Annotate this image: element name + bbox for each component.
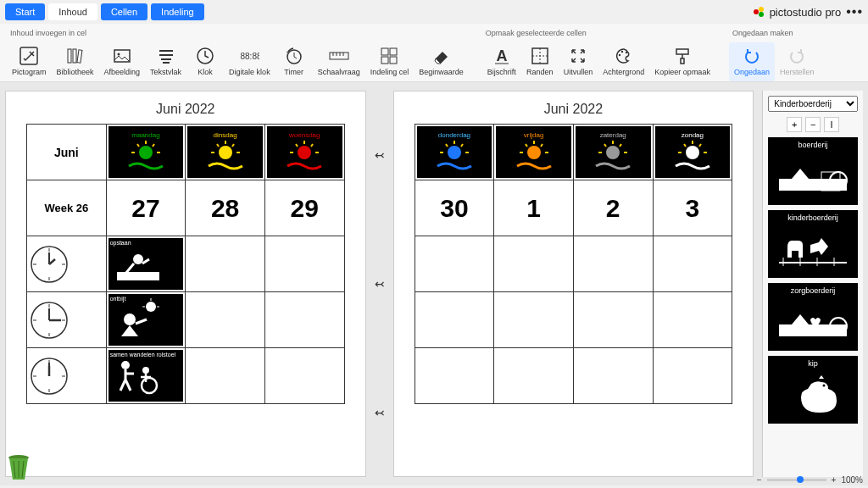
undo-icon — [742, 46, 762, 66]
randen-button[interactable]: Randen — [521, 42, 559, 81]
empty-cell[interactable] — [494, 292, 574, 348]
sun-icon — [283, 139, 326, 173]
zoom-minus[interactable]: − — [757, 475, 762, 485]
empty-cell[interactable] — [573, 292, 653, 348]
day-donderdag[interactable]: donderdag — [415, 125, 494, 180]
day-woensdag[interactable]: woensdag — [264, 125, 344, 180]
kopieer-opmaak-button[interactable]: Kopieer opmaak — [649, 42, 715, 81]
bijschrift-button[interactable]: ABijschrift — [482, 42, 521, 81]
workspace: Juni 2022 Juni maandag dinsdag woensdag … — [0, 82, 868, 485]
toolbar-group2-label: Opmaak geselecteerde cellen — [482, 27, 715, 42]
date-27[interactable]: 27 — [106, 180, 186, 236]
empty-cell[interactable] — [415, 348, 494, 404]
empty-cell[interactable] — [653, 292, 732, 348]
picto-zorgboerderij[interactable]: zorgboerderij — [768, 283, 858, 351]
format-painter-icon — [672, 46, 693, 66]
day-zondag[interactable]: zondag — [653, 125, 732, 180]
uitvullen-button[interactable]: Uitvullen — [559, 42, 598, 81]
svg-point-80 — [142, 378, 157, 393]
clock-cell-3[interactable] — [27, 348, 107, 404]
empty-cell[interactable] — [573, 236, 653, 292]
zoom-in-button[interactable]: + — [787, 117, 802, 132]
day-maandag[interactable]: maandag — [106, 125, 186, 180]
tab-cellen[interactable]: Cellen — [101, 3, 147, 20]
afbeelding-button[interactable]: Afbeelding — [99, 42, 146, 81]
empty-cell[interactable] — [264, 348, 344, 404]
empty-cell[interactable] — [494, 348, 574, 404]
empty-cell[interactable] — [494, 236, 574, 292]
date-30[interactable]: 30 — [415, 180, 494, 236]
page-right[interactable]: Juni 2022 donderdag vrijdag zaterdag zon… — [393, 91, 754, 477]
ongedaan-button[interactable]: Ongedaan — [729, 42, 775, 81]
row-header-week[interactable]: Week 26 — [27, 180, 107, 236]
empty-cell[interactable] — [186, 236, 265, 292]
svg-rect-4 — [68, 49, 71, 63]
page-left[interactable]: Juni 2022 Juni maandag dinsdag woensdag … — [5, 91, 366, 477]
sun-icon — [592, 139, 634, 173]
text-cursor-button[interactable]: I — [824, 117, 839, 132]
zoom-slider[interactable] — [767, 479, 826, 481]
activity-opstaan[interactable]: opstaan — [106, 236, 186, 292]
borders-icon — [530, 46, 550, 66]
digital-clock-icon: 88:88 — [239, 46, 259, 66]
svg-point-0 — [754, 9, 759, 14]
svg-rect-5 — [73, 49, 76, 63]
svg-line-98 — [604, 144, 606, 147]
day-vrijdag[interactable]: vrijdag — [494, 125, 574, 180]
picto-boerderij[interactable]: boerderij — [768, 137, 858, 205]
empty-cell[interactable] — [186, 292, 265, 348]
svg-point-100 — [686, 146, 699, 159]
layout-icon — [379, 46, 399, 66]
tabs-bar: Start Inhoud Cellen Indeling pictostudio… — [0, 0, 868, 24]
trash-icon[interactable] — [5, 452, 32, 483]
klok-button[interactable]: Klok — [186, 42, 224, 81]
date-3[interactable]: 3 — [653, 180, 732, 236]
svg-point-31 — [621, 51, 623, 53]
picto-kip[interactable]: kip — [768, 356, 858, 424]
sun-icon — [513, 139, 555, 173]
day-zaterdag[interactable]: zaterdag — [573, 125, 653, 180]
sun-icon — [204, 139, 247, 173]
ruler-icon — [329, 46, 349, 66]
achtergrond-button[interactable]: Achtergrond — [598, 42, 649, 81]
sun-icon — [125, 139, 167, 173]
empty-cell[interactable] — [653, 348, 732, 404]
empty-cell[interactable] — [415, 292, 494, 348]
empty-cell[interactable] — [415, 236, 494, 292]
empty-cell[interactable] — [573, 348, 653, 404]
digitale-klok-button[interactable]: 88:88Digitale klok — [224, 42, 275, 81]
empty-cell[interactable] — [653, 236, 732, 292]
beginwaarde-button[interactable]: Beginwaarde — [414, 42, 469, 81]
date-29[interactable]: 29 — [264, 180, 344, 236]
svg-point-88 — [527, 146, 541, 159]
row-header-month[interactable]: Juni — [27, 125, 107, 180]
text-icon — [156, 46, 176, 66]
bibliotheek-button[interactable]: Bibliotheek — [52, 42, 99, 81]
herstellen-button[interactable]: Herstellen — [775, 42, 820, 81]
clock-cell-2[interactable] — [27, 292, 107, 348]
zoom-out-button[interactable]: − — [805, 117, 821, 132]
pictogram-button[interactable]: Pictogram — [7, 42, 52, 81]
date-2[interactable]: 2 — [573, 180, 653, 236]
empty-cell[interactable] — [264, 236, 344, 292]
schaalvraag-button[interactable]: Schaalvraag — [313, 42, 365, 81]
clock-cell-1[interactable] — [27, 236, 107, 292]
zoom-plus[interactable]: + — [832, 475, 837, 485]
day-dinsdag[interactable]: dinsdag — [186, 125, 265, 180]
empty-cell[interactable] — [264, 292, 344, 348]
expand-icon — [568, 46, 588, 66]
activity-wandelen[interactable]: samen wandelen rolstoel — [106, 348, 186, 404]
date-28[interactable]: 28 — [186, 180, 265, 236]
tab-inhoud[interactable]: Inhoud — [48, 3, 97, 20]
tab-start[interactable]: Start — [5, 3, 45, 20]
menu-dots-icon[interactable]: ••• — [846, 4, 863, 19]
indeling-cel-button[interactable]: Indeling cel — [365, 42, 415, 81]
picto-kinderboerderij[interactable]: kinderboerderij — [768, 210, 858, 278]
timer-button[interactable]: Timer — [275, 42, 313, 81]
date-1[interactable]: 1 — [494, 180, 574, 236]
tekstvlak-button[interactable]: Tekstvlak — [145, 42, 186, 81]
category-select[interactable]: Kinderboerderij — [768, 96, 858, 112]
tab-indeling[interactable]: Indeling — [151, 3, 204, 20]
empty-cell[interactable] — [186, 348, 265, 404]
activity-ontbijt[interactable]: ontbijt — [106, 292, 186, 348]
